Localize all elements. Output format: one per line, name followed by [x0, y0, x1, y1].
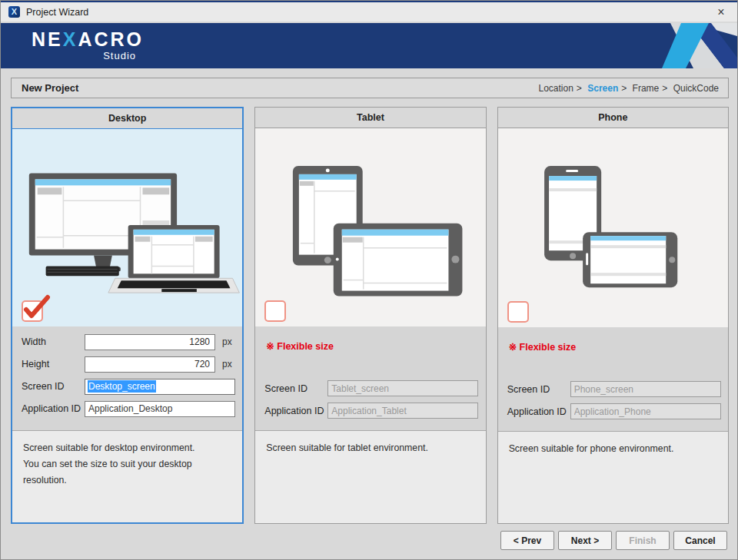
phone-fields: ※ Flexible size Screen ID Application ID	[498, 327, 728, 431]
breadcrumb-quickcode: QuickCode	[673, 83, 719, 94]
desktop-description: Screen suitable for desktop environment.…	[12, 430, 242, 522]
project-wizard-window: X Project Wizard × NEXACRO Studio New Pr…	[0, 0, 738, 560]
screen-id-row: Screen ID Desktop_screen	[12, 376, 242, 398]
breadcrumb-separator: >	[577, 83, 582, 94]
breadcrumb-frame: Frame	[633, 83, 660, 94]
app-icon: X	[8, 6, 20, 18]
height-label: Height	[22, 359, 85, 369]
page-title: New Project	[22, 82, 78, 94]
height-input[interactable]	[85, 356, 215, 373]
screen-id-input	[570, 381, 721, 397]
flexible-size-note: ※ Flexible size	[266, 340, 485, 353]
tablet-illustration	[255, 128, 485, 326]
column-desktop: Desktop	[11, 107, 244, 524]
tablet-devices-image	[255, 128, 485, 326]
breadcrumb-separator: >	[621, 83, 627, 94]
column-phone: Phone	[497, 107, 729, 524]
height-row: Height px	[12, 353, 242, 376]
logo-text-pre: NE	[32, 28, 63, 50]
logo-subtitle: Studio	[32, 50, 144, 61]
wizard-navigation-buttons: < Prev Next > Finish Cancel	[500, 531, 727, 550]
tablet-fields: ※ Flexible size Screen ID Application ID	[255, 326, 485, 430]
description-line: You can set the size to suit your deskto…	[23, 456, 231, 489]
application-id-label: Application ID	[264, 406, 327, 416]
application-id-row: Application ID	[12, 398, 242, 420]
logo-text-post: ACRO	[78, 28, 144, 50]
nexacro-logo: NEXACRO Studio	[32, 29, 144, 61]
height-unit: px	[222, 359, 232, 369]
width-unit: px	[222, 336, 232, 347]
breadcrumb-location: Location	[538, 83, 573, 94]
window-title: Project Wizard	[26, 7, 88, 18]
brand-header: NEXACRO Studio	[1, 23, 737, 68]
close-icon[interactable]: ×	[713, 5, 730, 19]
logo-x-letter: X	[63, 28, 78, 50]
screen-id-row: Screen ID	[255, 377, 485, 399]
selected-text: Desktop_screen	[88, 380, 156, 393]
next-button[interactable]: Next >	[558, 531, 612, 550]
application-id-label: Application ID	[507, 406, 570, 417]
tablet-checkbox[interactable]	[264, 300, 286, 322]
breadcrumb: Location> Screen> Frame> QuickCode	[537, 83, 720, 94]
description-line: Screen suitable for phone environment.	[509, 441, 717, 457]
application-id-input	[570, 403, 721, 419]
breadcrumb-screen: Screen	[587, 83, 618, 94]
desktop-illustration	[12, 129, 242, 326]
flexible-size-note: ※ Flexible size	[509, 341, 728, 353]
column-tablet: Tablet	[254, 107, 486, 524]
screen-id-label: Screen ID	[22, 381, 85, 392]
column-desktop-header: Desktop	[12, 108, 242, 129]
column-phone-header: Phone	[498, 108, 728, 128]
tablet-description: Screen suitable for tablet environment.	[255, 430, 485, 523]
application-id-label: Application ID	[22, 403, 85, 414]
application-id-row: Application ID	[498, 400, 728, 422]
logo-x-graphic	[637, 23, 737, 68]
screen-id-label: Screen ID	[507, 384, 570, 395]
application-id-input	[327, 403, 478, 419]
column-tablet-header: Tablet	[255, 108, 485, 128]
phone-devices-image	[498, 128, 728, 327]
desktop-fields: Width px Height px Screen ID Desktop_scr…	[12, 326, 242, 430]
cancel-button[interactable]: Cancel	[673, 531, 727, 550]
prev-button[interactable]: < Prev	[500, 531, 554, 550]
screen-id-input	[327, 380, 478, 396]
description-line: Screen suitable for tablet environment.	[266, 440, 474, 456]
screen-id-label: Screen ID	[264, 383, 327, 394]
width-label: Width	[22, 336, 85, 347]
description-line: Screen suitable for desktop environment.	[23, 440, 231, 456]
device-columns: Desktop	[11, 107, 729, 524]
screen-id-input[interactable]: Desktop_screen	[85, 379, 235, 395]
application-id-input[interactable]	[85, 401, 235, 417]
screen-id-row: Screen ID	[498, 378, 728, 400]
width-input[interactable]	[85, 334, 215, 350]
width-row: Width px	[12, 331, 242, 353]
finish-button[interactable]: Finish	[616, 531, 670, 550]
phone-description: Screen suitable for phone environment.	[498, 431, 728, 523]
breadcrumb-separator: >	[662, 83, 667, 94]
checkmark-icon	[22, 296, 52, 323]
wizard-step-bar: New Project Location> Screen> Frame> Qui…	[11, 78, 729, 98]
phone-checkbox[interactable]	[507, 301, 529, 323]
application-id-row: Application ID	[255, 399, 485, 422]
phone-illustration	[498, 128, 728, 327]
desktop-checkbox[interactable]	[22, 300, 43, 322]
title-bar: X Project Wizard ×	[1, 1, 737, 22]
